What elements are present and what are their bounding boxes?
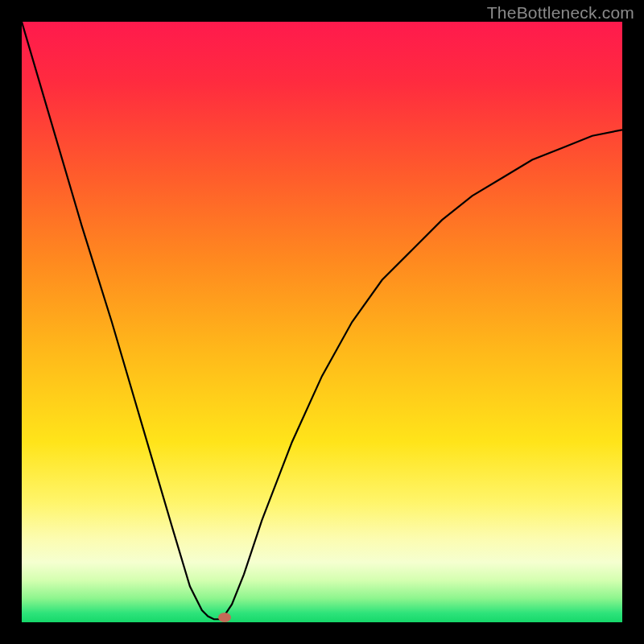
optimal-marker	[218, 613, 231, 622]
curve-path	[22, 22, 622, 619]
bottleneck-curve	[22, 22, 622, 622]
chart-frame: TheBottleneck.com	[0, 0, 644, 644]
watermark-label: TheBottleneck.com	[487, 3, 634, 23]
plot-area	[22, 22, 622, 622]
